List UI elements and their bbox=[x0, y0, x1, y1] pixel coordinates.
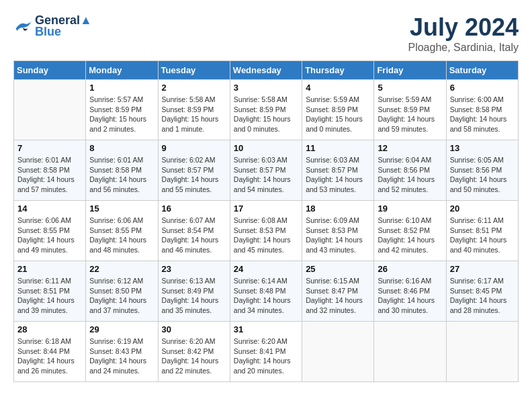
calendar-cell: 13Sunrise: 6:05 AM Sunset: 8:56 PM Dayli… bbox=[446, 140, 518, 201]
day-info: Sunrise: 6:12 AM Sunset: 8:50 PM Dayligh… bbox=[89, 276, 154, 316]
day-number: 28 bbox=[17, 324, 82, 334]
day-number: 16 bbox=[162, 203, 226, 214]
day-info: Sunrise: 6:01 AM Sunset: 8:58 PM Dayligh… bbox=[17, 155, 82, 195]
day-number: 8 bbox=[89, 143, 154, 153]
calendar-cell: 14Sunrise: 6:06 AM Sunset: 8:55 PM Dayli… bbox=[14, 201, 86, 261]
day-info: Sunrise: 6:06 AM Sunset: 8:55 PM Dayligh… bbox=[89, 216, 154, 255]
day-info: Sunrise: 6:04 AM Sunset: 8:56 PM Dayligh… bbox=[378, 155, 442, 195]
day-info: Sunrise: 6:19 AM Sunset: 8:43 PM Dayligh… bbox=[89, 336, 154, 376]
day-number: 15 bbox=[89, 203, 154, 214]
calendar-cell: 23Sunrise: 6:13 AM Sunset: 8:49 PM Dayli… bbox=[158, 261, 230, 322]
month-title: July 2024 bbox=[408, 13, 519, 42]
column-header-thursday: Thursday bbox=[302, 61, 374, 80]
title-block: July 2024 Ploaghe, Sardinia, Italy bbox=[408, 13, 519, 54]
day-info: Sunrise: 6:11 AM Sunset: 8:51 PM Dayligh… bbox=[450, 216, 515, 255]
day-number: 26 bbox=[378, 264, 442, 274]
day-number: 31 bbox=[234, 324, 298, 334]
calendar-cell: 10Sunrise: 6:03 AM Sunset: 8:57 PM Dayli… bbox=[230, 140, 302, 201]
day-info: Sunrise: 6:01 AM Sunset: 8:58 PM Dayligh… bbox=[89, 155, 154, 195]
calendar-cell: 15Sunrise: 6:06 AM Sunset: 8:55 PM Dayli… bbox=[86, 201, 158, 261]
day-number: 2 bbox=[162, 83, 226, 93]
calendar-cell: 5Sunrise: 5:59 AM Sunset: 8:59 PM Daylig… bbox=[374, 80, 446, 140]
day-number: 13 bbox=[450, 143, 515, 153]
day-number: 3 bbox=[234, 83, 298, 93]
day-info: Sunrise: 6:17 AM Sunset: 8:45 PM Dayligh… bbox=[450, 276, 515, 316]
day-number: 17 bbox=[234, 203, 298, 214]
calendar-header: SundayMondayTuesdayWednesdayThursdayFrid… bbox=[14, 61, 519, 80]
calendar-cell: 7Sunrise: 6:01 AM Sunset: 8:58 PM Daylig… bbox=[14, 140, 86, 201]
day-number: 1 bbox=[89, 83, 154, 93]
day-number: 5 bbox=[378, 83, 442, 93]
day-number: 10 bbox=[234, 143, 298, 153]
day-info: Sunrise: 6:02 AM Sunset: 8:57 PM Dayligh… bbox=[162, 155, 226, 195]
calendar-cell: 11Sunrise: 6:03 AM Sunset: 8:57 PM Dayli… bbox=[302, 140, 374, 201]
day-info: Sunrise: 5:59 AM Sunset: 8:59 PM Dayligh… bbox=[378, 95, 442, 134]
day-number: 21 bbox=[17, 264, 82, 274]
calendar-cell: 20Sunrise: 6:11 AM Sunset: 8:51 PM Dayli… bbox=[446, 201, 518, 261]
column-header-saturday: Saturday bbox=[446, 61, 518, 80]
calendar-week-3: 14Sunrise: 6:06 AM Sunset: 8:55 PM Dayli… bbox=[14, 201, 519, 261]
calendar-cell: 24Sunrise: 6:14 AM Sunset: 8:48 PM Dayli… bbox=[230, 261, 302, 322]
day-info: Sunrise: 6:16 AM Sunset: 8:46 PM Dayligh… bbox=[378, 276, 442, 316]
calendar-table: SundayMondayTuesdayWednesdayThursdayFrid… bbox=[13, 60, 519, 382]
calendar-cell: 2Sunrise: 5:58 AM Sunset: 8:59 PM Daylig… bbox=[158, 80, 230, 140]
day-info: Sunrise: 6:15 AM Sunset: 8:47 PM Dayligh… bbox=[306, 276, 370, 316]
day-number: 23 bbox=[162, 264, 226, 274]
day-info: Sunrise: 6:13 AM Sunset: 8:49 PM Dayligh… bbox=[162, 276, 226, 316]
calendar-cell bbox=[374, 322, 446, 382]
day-info: Sunrise: 6:18 AM Sunset: 8:44 PM Dayligh… bbox=[17, 336, 82, 376]
calendar-cell: 3Sunrise: 5:58 AM Sunset: 8:59 PM Daylig… bbox=[230, 80, 302, 140]
calendar-week-1: 1Sunrise: 5:57 AM Sunset: 8:59 PM Daylig… bbox=[14, 80, 519, 140]
calendar-cell: 8Sunrise: 6:01 AM Sunset: 8:58 PM Daylig… bbox=[86, 140, 158, 201]
calendar-cell: 30Sunrise: 6:20 AM Sunset: 8:42 PM Dayli… bbox=[158, 322, 230, 382]
calendar-cell bbox=[14, 80, 86, 140]
calendar-cell: 6Sunrise: 6:00 AM Sunset: 8:58 PM Daylig… bbox=[446, 80, 518, 140]
column-header-monday: Monday bbox=[86, 61, 158, 80]
logo-bird-icon bbox=[13, 19, 32, 34]
calendar-cell: 19Sunrise: 6:10 AM Sunset: 8:52 PM Dayli… bbox=[374, 201, 446, 261]
day-number: 7 bbox=[17, 143, 82, 153]
page-header: General▲ Blue July 2024 Ploaghe, Sardini… bbox=[13, 13, 519, 54]
calendar-cell: 22Sunrise: 6:12 AM Sunset: 8:50 PM Dayli… bbox=[86, 261, 158, 322]
column-header-friday: Friday bbox=[374, 61, 446, 80]
day-info: Sunrise: 6:09 AM Sunset: 8:53 PM Dayligh… bbox=[306, 216, 370, 255]
calendar-cell: 31Sunrise: 6:20 AM Sunset: 8:41 PM Dayli… bbox=[230, 322, 302, 382]
day-number: 20 bbox=[450, 203, 515, 214]
day-info: Sunrise: 6:14 AM Sunset: 8:48 PM Dayligh… bbox=[234, 276, 298, 316]
day-number: 30 bbox=[162, 324, 226, 334]
calendar-cell bbox=[302, 322, 374, 382]
day-number: 27 bbox=[450, 264, 515, 274]
calendar-cell: 4Sunrise: 5:59 AM Sunset: 8:59 PM Daylig… bbox=[302, 80, 374, 140]
day-info: Sunrise: 6:20 AM Sunset: 8:41 PM Dayligh… bbox=[234, 336, 298, 376]
day-info: Sunrise: 5:59 AM Sunset: 8:59 PM Dayligh… bbox=[306, 95, 370, 134]
day-number: 18 bbox=[306, 203, 370, 214]
day-info: Sunrise: 5:58 AM Sunset: 8:59 PM Dayligh… bbox=[162, 95, 226, 134]
logo: General▲ Blue bbox=[13, 13, 92, 39]
calendar-cell: 29Sunrise: 6:19 AM Sunset: 8:43 PM Dayli… bbox=[86, 322, 158, 382]
calendar-cell: 26Sunrise: 6:16 AM Sunset: 8:46 PM Dayli… bbox=[374, 261, 446, 322]
calendar-cell: 9Sunrise: 6:02 AM Sunset: 8:57 PM Daylig… bbox=[158, 140, 230, 201]
day-info: Sunrise: 6:10 AM Sunset: 8:52 PM Dayligh… bbox=[378, 216, 442, 255]
day-number: 29 bbox=[89, 324, 154, 334]
calendar-cell: 16Sunrise: 6:07 AM Sunset: 8:54 PM Dayli… bbox=[158, 201, 230, 261]
day-number: 24 bbox=[234, 264, 298, 274]
day-info: Sunrise: 6:20 AM Sunset: 8:42 PM Dayligh… bbox=[162, 336, 226, 376]
day-info: Sunrise: 6:03 AM Sunset: 8:57 PM Dayligh… bbox=[234, 155, 298, 195]
day-number: 22 bbox=[89, 264, 154, 274]
day-number: 25 bbox=[306, 264, 370, 274]
calendar-week-5: 28Sunrise: 6:18 AM Sunset: 8:44 PM Dayli… bbox=[14, 322, 519, 382]
calendar-cell: 21Sunrise: 6:11 AM Sunset: 8:51 PM Dayli… bbox=[14, 261, 86, 322]
day-info: Sunrise: 6:11 AM Sunset: 8:51 PM Dayligh… bbox=[17, 276, 82, 316]
calendar-cell: 18Sunrise: 6:09 AM Sunset: 8:53 PM Dayli… bbox=[302, 201, 374, 261]
day-number: 19 bbox=[378, 203, 442, 214]
calendar-cell: 17Sunrise: 6:08 AM Sunset: 8:53 PM Dayli… bbox=[230, 201, 302, 261]
calendar-cell: 12Sunrise: 6:04 AM Sunset: 8:56 PM Dayli… bbox=[374, 140, 446, 201]
calendar-week-4: 21Sunrise: 6:11 AM Sunset: 8:51 PM Dayli… bbox=[14, 261, 519, 322]
calendar-cell: 1Sunrise: 5:57 AM Sunset: 8:59 PM Daylig… bbox=[86, 80, 158, 140]
calendar-cell: 27Sunrise: 6:17 AM Sunset: 8:45 PM Dayli… bbox=[446, 261, 518, 322]
day-number: 4 bbox=[306, 83, 370, 93]
column-header-sunday: Sunday bbox=[14, 61, 86, 80]
day-info: Sunrise: 6:08 AM Sunset: 8:53 PM Dayligh… bbox=[234, 216, 298, 255]
column-header-tuesday: Tuesday bbox=[158, 61, 230, 80]
day-number: 11 bbox=[306, 143, 370, 153]
